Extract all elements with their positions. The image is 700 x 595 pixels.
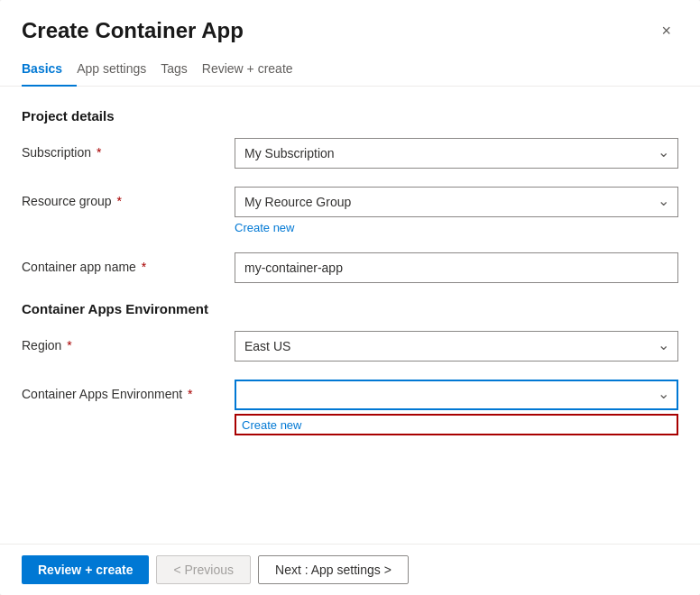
- create-container-app-dialog: Create Container App × Basics App settin…: [0, 0, 700, 595]
- region-control-wrap: East US: [235, 331, 678, 362]
- subscription-required-star: *: [93, 145, 101, 160]
- tab-tags[interactable]: Tags: [161, 54, 202, 87]
- environment-create-new-box: Create new: [235, 414, 678, 435]
- resource-group-label: Resource group *: [22, 187, 220, 208]
- environment-select[interactable]: [235, 380, 678, 410]
- resource-group-control-wrap: My Reource Group Create new: [235, 187, 678, 234]
- tab-basics[interactable]: Basics: [22, 54, 77, 87]
- tabs-bar: Basics App settings Tags Review + create: [0, 43, 700, 87]
- dialog-header: Create Container App ×: [0, 0, 700, 43]
- close-button[interactable]: ×: [654, 19, 678, 42]
- container-app-name-control-wrap: [235, 252, 678, 283]
- resource-group-select-wrapper: My Reource Group: [235, 187, 678, 217]
- previous-button[interactable]: < Previous: [156, 555, 251, 584]
- container-app-name-label: Container app name *: [22, 252, 220, 274]
- region-row: Region * East US: [22, 331, 678, 362]
- subscription-control-wrap: My Subscription: [235, 138, 678, 169]
- resource-group-select[interactable]: My Reource Group: [235, 187, 678, 217]
- next-button[interactable]: Next : App settings >: [258, 555, 409, 584]
- project-details-heading: Project details: [22, 108, 678, 124]
- resource-group-row: Resource group * My Reource Group Create…: [22, 187, 678, 234]
- environment-row: Container Apps Environment * Create new: [22, 380, 678, 435]
- resource-group-create-new-link[interactable]: Create new: [235, 221, 678, 234]
- dialog-footer: Review + create < Previous Next : App se…: [0, 544, 700, 595]
- region-label: Region *: [22, 331, 220, 352]
- subscription-label: Subscription *: [22, 138, 220, 160]
- subscription-row: Subscription * My Subscription: [22, 138, 678, 169]
- container-app-name-row: Container app name *: [22, 252, 678, 283]
- subscription-select[interactable]: My Subscription: [235, 138, 678, 169]
- environment-select-wrapper: [235, 380, 678, 410]
- environment-create-new-link[interactable]: Create new: [242, 418, 301, 432]
- region-select-wrapper: East US: [235, 331, 678, 362]
- region-required-star: *: [63, 338, 71, 352]
- environment-control-wrap: Create new: [235, 380, 678, 435]
- subscription-select-wrapper: My Subscription: [235, 138, 678, 169]
- container-app-name-required-star: *: [138, 260, 146, 274]
- environment-label: Container Apps Environment *: [22, 380, 220, 401]
- dialog-title: Create Container App: [22, 18, 244, 43]
- resource-group-required-star: *: [114, 194, 122, 208]
- region-select[interactable]: East US: [235, 331, 678, 362]
- dialog-body: Project details Subscription * My Subscr…: [0, 87, 700, 544]
- container-apps-environment-heading: Container Apps Environment: [22, 301, 678, 316]
- review-create-button[interactable]: Review + create: [22, 555, 149, 584]
- container-app-name-input[interactable]: [235, 252, 678, 283]
- environment-required-star: *: [184, 387, 192, 401]
- tab-review-create[interactable]: Review + create: [202, 54, 308, 87]
- tab-app-settings[interactable]: App settings: [77, 54, 161, 87]
